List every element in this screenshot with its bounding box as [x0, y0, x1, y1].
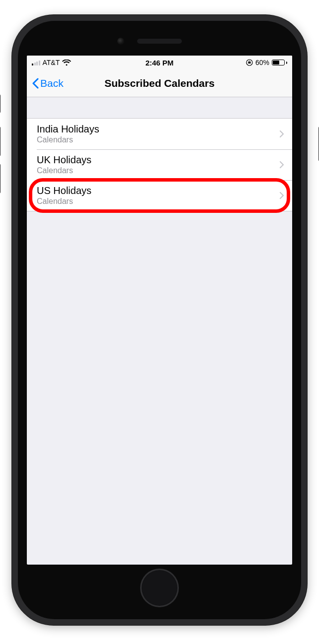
device-mockup: AT&T 2:46 PM 60% — [0, 0, 319, 644]
calendar-list: India Holidays Calendars UK Holidays Cal… — [27, 118, 292, 211]
row-subtitle: Calendars — [37, 197, 91, 206]
phone-frame: AT&T 2:46 PM 60% — [12, 15, 307, 625]
row-subtitle: Calendars — [37, 135, 99, 144]
status-time: 2:46 PM — [146, 59, 174, 67]
row-title: India Holidays — [37, 124, 99, 135]
calendar-row-us-holidays[interactable]: US Holidays Calendars — [27, 180, 292, 211]
status-bar: AT&T 2:46 PM 60% — [27, 56, 292, 69]
phone-bezel: AT&T 2:46 PM 60% — [18, 21, 301, 619]
front-camera — [117, 38, 124, 45]
mute-switch — [0, 94, 0, 113]
cellular-signal-icon — [32, 60, 40, 65]
row-title: US Holidays — [37, 185, 91, 196]
carrier-label: AT&T — [43, 59, 60, 66]
section-spacer — [27, 97, 292, 118]
rotation-lock-icon — [246, 59, 253, 66]
back-label: Back — [40, 77, 64, 89]
row-title: UK Holidays — [37, 154, 91, 166]
volume-down-button — [0, 164, 0, 193]
page-title: Subscribed Calendars — [104, 77, 215, 89]
home-button[interactable] — [140, 569, 179, 607]
navigation-bar: Back Subscribed Calendars — [27, 69, 292, 97]
chevron-left-icon — [32, 78, 39, 89]
wifi-icon — [62, 60, 71, 66]
row-subtitle: Calendars — [37, 166, 91, 175]
status-left: AT&T — [32, 59, 71, 66]
battery-icon — [272, 60, 287, 65]
screen: AT&T 2:46 PM 60% — [27, 56, 292, 565]
earpiece-speaker — [137, 39, 182, 44]
battery-percentage: 60% — [255, 59, 269, 66]
back-button[interactable]: Back — [32, 77, 64, 89]
chevron-right-icon — [279, 130, 284, 138]
calendar-row-uk-holidays[interactable]: UK Holidays Calendars — [27, 149, 292, 180]
chevron-right-icon — [279, 161, 284, 169]
status-right: 60% — [246, 59, 287, 66]
volume-up-button — [0, 127, 0, 156]
calendar-row-india-holidays[interactable]: India Holidays Calendars — [27, 119, 292, 149]
chevron-right-icon — [279, 192, 284, 199]
